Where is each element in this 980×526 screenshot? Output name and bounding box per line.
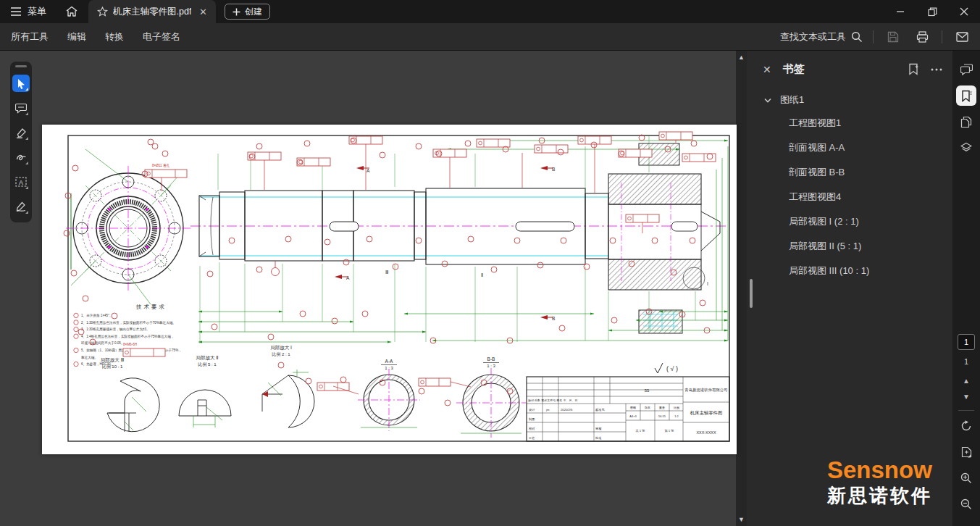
previous-page-button[interactable]: ▲ [963,377,970,385]
current-page-input[interactable]: 1 [958,334,975,350]
tab-close-icon[interactable]: ✕ [196,5,210,19]
svg-text:工艺: 工艺 [528,436,535,440]
palette-drag-handle[interactable] [15,65,27,67]
vertical-scrollbar[interactable]: ▲ ▼ [736,51,747,526]
create-button[interactable]: 创建 [225,4,270,20]
toolbar-divider [942,30,942,43]
tb-number: XXX-XXXX [697,430,716,435]
svg-text:56.55: 56.55 [658,414,666,418]
scroll-up-icon[interactable]: ▲ [736,52,747,62]
scroll-down-icon[interactable]: ▼ [736,514,747,525]
next-page-button[interactable]: ▼ [963,393,970,401]
bookmark-item[interactable]: 局部视图 I (2 : 1) [747,209,952,234]
rail-divider [958,410,974,411]
svg-text:4、1:4锥孔用涂色法检查，实际接触面积不小于75%靠近大端: 4、1:4锥孔用涂色法检查，实际接触面积不小于75%靠近大端， [81,334,174,339]
shaft-main-view [190,143,726,333]
comment-tool-button[interactable] [12,99,30,117]
panel-close-icon[interactable]: ✕ [763,64,771,75]
draw-tool-button[interactable] [12,149,30,166]
layers-panel-button[interactable] [956,138,976,158]
minimize-icon [896,7,905,16]
find-tools-button[interactable]: 查找文本或工具 [780,30,863,43]
bookmark-icon [961,90,972,102]
tab-convert[interactable]: 转换 [105,30,124,43]
select-tool-button[interactable] [12,75,30,92]
zoom-out-icon [960,498,972,510]
leader-lines [162,140,676,394]
svg-text:B-B: B-B [487,356,495,362]
chevron-down-icon [764,98,771,103]
tab-esign[interactable]: 电子签名 [143,30,180,43]
highlight-tool-button[interactable] [12,124,30,141]
svg-text:Ⅰ: Ⅰ [707,281,708,286]
bookmark-root[interactable]: 图纸1 [747,83,952,111]
print-icon [916,31,929,43]
restore-icon [928,7,937,17]
detail-views [107,370,314,432]
svg-text:1、未注倒角 1×45°。: 1、未注倒角 1×45°。 [81,314,113,318]
dimension-lines [71,135,728,343]
panel-title: 书签 [783,62,805,76]
more-options-icon[interactable] [931,68,942,71]
rotate-page-button[interactable] [956,416,976,436]
tb-material: 55 [645,388,650,393]
titlebar: 菜单 机床主轴零件图.pdf ✕ 创建 [0,0,980,23]
bookmark-item[interactable]: 局部视图 II (5 : 1) [747,234,952,259]
svg-text:A4×3: A4×3 [629,414,637,418]
tb-title: 机床主轴零件图 [690,410,723,416]
bookmark-item[interactable]: 工程图视图1 [747,111,952,135]
tab-edit[interactable]: 编辑 [67,30,86,43]
save-button[interactable] [884,28,902,46]
tech-requirements-title: 技术要求 [135,304,167,310]
svg-text:校对: 校对 [529,427,535,430]
close-window-button[interactable] [948,0,980,23]
tab-all-tools[interactable]: 所有工具 [11,30,49,43]
bookmark-item[interactable]: 剖面视图 A-A [747,135,952,160]
document-tab[interactable]: 机床主轴零件图.pdf ✕ [88,0,216,23]
logo-wordmark: Sensnow [827,458,950,483]
toolbar: 所有工具 编辑 转换 电子签名 查找文本或工具 [0,23,980,51]
bookmark-root-label: 图纸1 [780,93,804,107]
svg-text:局部放大 Ⅱ: 局部放大 Ⅱ [196,355,218,361]
svg-text:标准化: 标准化 [595,408,605,412]
brand-logo: Sensnow 新思诺软件 [827,458,950,509]
menu-button[interactable]: 菜单 [10,5,46,18]
zoom-in-button[interactable] [956,468,976,488]
textbox-tool-button[interactable]: A [12,173,30,191]
add-bookmark-icon[interactable] [908,63,919,75]
svg-text:3、1:30锥孔用塞规检查，轴向位置公差为±3。: 3、1:30锥孔用塞规检查，轴向位置公差为±3。 [81,327,150,332]
restore-button[interactable] [916,0,948,23]
tb-company: 青岛新思诺软件有限公司 [684,388,727,393]
pages-panel-button[interactable] [956,112,976,132]
svg-text:比例: 比例 [674,406,679,410]
bookmarks-panel-button[interactable] [956,85,976,106]
sign-tool-button[interactable] [12,198,30,215]
comments-icon [960,64,973,75]
bookmark-list: 工程图视图1剖面视图 A-A剖面视图 B-B工程图视图4局部视图 I (2 : … [747,111,952,283]
panel-resize-handle[interactable] [750,279,753,308]
home-icon [65,6,78,17]
email-button[interactable] [952,28,971,46]
print-button[interactable] [913,28,931,46]
svg-text:A: A [367,168,370,173]
minimize-button[interactable] [884,0,916,23]
save-icon [887,31,899,43]
section-view-BB [456,368,526,438]
hamburger-icon [10,7,22,17]
bookmark-item[interactable]: 剖面视图 B-B [747,160,952,185]
page-display-button[interactable] [956,442,976,462]
shaft-section [608,143,720,333]
home-button[interactable] [65,6,78,17]
title-block: 55 青岛新思诺软件有限公司 机床主轴零件图 XXX-XXXX 标记 处数 更改… [527,377,729,441]
bookmark-item[interactable]: 局部视图 III (10 : 1) [747,259,952,283]
comments-panel-button[interactable] [956,59,976,80]
svg-text:重量: 重量 [658,406,665,409]
zoom-out-button[interactable] [956,494,976,514]
bookmark-item[interactable]: 工程图视图4 [747,185,952,209]
search-icon [851,31,863,43]
tab-title: 机床主轴零件图.pdf [113,6,191,18]
pdf-page[interactable]: 8×Ø11 通孔 8×M6-6H [42,125,737,454]
svg-text:A: A [19,179,23,186]
find-label: 查找文本或工具 [780,30,846,43]
plus-icon [233,8,240,16]
